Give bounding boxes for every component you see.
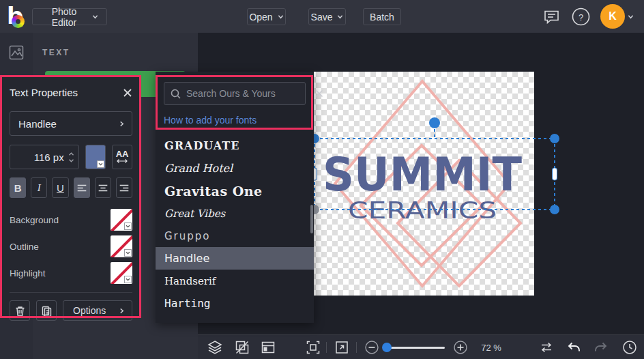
- help-icon[interactable]: ?: [572, 8, 590, 26]
- corner-handle-bottom-right[interactable]: [550, 205, 559, 214]
- outline-row: Outline: [10, 235, 132, 257]
- underline-button[interactable]: U: [52, 177, 68, 198]
- bottom-toolbar: 72 %: [198, 334, 644, 359]
- trash-icon: [14, 305, 26, 317]
- scrollbar-thumb[interactable]: [310, 205, 313, 233]
- font-size-input[interactable]: [29, 152, 64, 163]
- italic-button[interactable]: I: [31, 177, 47, 198]
- options-button[interactable]: Options: [63, 300, 132, 321]
- swatch-dropdown-icon[interactable]: [97, 160, 104, 168]
- text-properties-panel: Text Properties Handlee AA: [1, 77, 141, 318]
- open-label: Open: [249, 12, 272, 23]
- duplicate-button[interactable]: [36, 300, 57, 321]
- fit-screen-icon[interactable]: [306, 340, 321, 355]
- align-left-icon: [76, 182, 88, 194]
- font-list: Graduate Grand Hotel Gravitas One Great …: [156, 134, 314, 315]
- account-chevron-down-icon[interactable]: [628, 14, 634, 20]
- font-size-stepper[interactable]: [10, 145, 79, 169]
- layout-icon[interactable]: [261, 340, 276, 355]
- options-label: Options: [73, 305, 106, 316]
- letter-spacing-button[interactable]: AA: [112, 145, 132, 169]
- zoom-level-label: 72 %: [474, 343, 508, 353]
- copy-icon: [41, 305, 53, 317]
- font-item-harting[interactable]: Harting: [156, 292, 314, 315]
- zoom-slider[interactable]: [383, 347, 445, 349]
- font-item-handlee[interactable]: Handlee: [156, 247, 314, 270]
- font-item-gravitas-one[interactable]: Gravitas One: [156, 180, 314, 202]
- font-family-select[interactable]: Handlee: [10, 111, 132, 136]
- image-manager-icon[interactable]: [9, 45, 24, 60]
- zoom-in-icon[interactable]: [453, 340, 468, 355]
- background-color-swatch[interactable]: [111, 209, 132, 231]
- font-family-value: Handlee: [18, 118, 57, 130]
- highlight-color-swatch[interactable]: [111, 262, 132, 284]
- swatch-dropdown-icon[interactable]: [124, 249, 132, 257]
- zoom-out-icon[interactable]: [364, 340, 379, 355]
- compare-icon[interactable]: [539, 340, 554, 355]
- avatar-initial: K: [609, 10, 617, 23]
- zoom-slider-thumb[interactable]: [382, 343, 392, 352]
- font-item-great-vibes[interactable]: Great Vibes: [156, 202, 314, 225]
- align-center-button[interactable]: [95, 177, 111, 198]
- app-menu-label: Photo Editor: [41, 6, 87, 28]
- save-button[interactable]: Save: [308, 8, 346, 25]
- photo-editor-app: b Photo Editor Open Save Batch ?: [0, 0, 644, 359]
- comment-icon[interactable]: [542, 8, 561, 26]
- corner-handle-top-right[interactable]: [550, 134, 559, 143]
- befunky-logo[interactable]: b: [7, 4, 30, 29]
- align-left-button[interactable]: [74, 177, 90, 198]
- spinner-up-icon[interactable]: [68, 152, 74, 156]
- canvas-text-line2[interactable]: CERAMICS: [348, 197, 497, 224]
- save-label: Save: [311, 12, 333, 23]
- history-icon[interactable]: [622, 340, 637, 355]
- clear-search-icon[interactable]: [315, 89, 323, 98]
- swatch-dropdown-icon[interactable]: [124, 222, 132, 230]
- swatch-dropdown-icon[interactable]: [124, 276, 132, 283]
- add-fonts-link[interactable]: How to add your fonts: [164, 115, 257, 126]
- align-right-icon: [118, 182, 130, 194]
- open-button[interactable]: Open: [247, 8, 286, 25]
- logo-color-wheel-icon: [12, 15, 25, 28]
- highlight-row: Highlight: [10, 262, 132, 284]
- side-handle-right[interactable]: [553, 168, 557, 180]
- batch-button[interactable]: Batch: [363, 8, 401, 25]
- panel-title: Text Properties: [10, 87, 78, 98]
- toolbar-divider: [356, 342, 357, 353]
- align-right-button[interactable]: [116, 177, 132, 198]
- font-item-graduate[interactable]: Graduate: [156, 134, 314, 157]
- resize-icon[interactable]: [334, 340, 349, 355]
- outline-color-swatch[interactable]: [111, 235, 132, 257]
- italic-label: I: [38, 182, 41, 194]
- font-search-input[interactable]: [186, 88, 310, 99]
- bold-button[interactable]: B: [10, 177, 26, 198]
- batch-label: Batch: [370, 12, 394, 23]
- canvas-text-line1[interactable]: SUMMIT: [323, 147, 523, 201]
- chevron-right-icon: [119, 308, 125, 314]
- app-menu-button[interactable]: Photo Editor: [32, 8, 107, 25]
- horizontal-arrows-icon: [117, 158, 128, 164]
- search-icon: [171, 89, 181, 99]
- layers-icon[interactable]: [207, 340, 222, 355]
- chevron-down-icon: [337, 14, 343, 20]
- undo-icon[interactable]: [566, 340, 581, 355]
- font-item-grand-hotel[interactable]: Grand Hotel: [156, 157, 314, 180]
- font-item-gruppo[interactable]: Gruppo: [156, 225, 314, 247]
- toolbar-divider: [326, 342, 327, 353]
- canvas[interactable]: SUMMIT CERAMICS: [310, 72, 534, 296]
- redo-icon[interactable]: [594, 340, 609, 355]
- text-color-swatch[interactable]: [85, 145, 106, 169]
- font-size-spinners[interactable]: [68, 152, 74, 162]
- font-search-box[interactable]: [164, 82, 306, 105]
- spinner-down-icon[interactable]: [68, 158, 74, 162]
- logo-artwork: SUMMIT CERAMICS: [310, 72, 534, 296]
- bold-label: B: [14, 182, 22, 194]
- delete-button[interactable]: [10, 300, 30, 321]
- font-item-handserif[interactable]: Handserif: [156, 270, 314, 292]
- avatar[interactable]: K: [600, 4, 625, 29]
- chevron-down-icon: [92, 14, 98, 20]
- svg-text:?: ?: [579, 12, 583, 23]
- close-icon[interactable]: [123, 88, 132, 98]
- top-bar: b Photo Editor Open Save Batch ?: [0, 0, 644, 33]
- crop-rotate-icon[interactable]: [235, 340, 250, 355]
- highlight-label: Highlight: [10, 268, 46, 278]
